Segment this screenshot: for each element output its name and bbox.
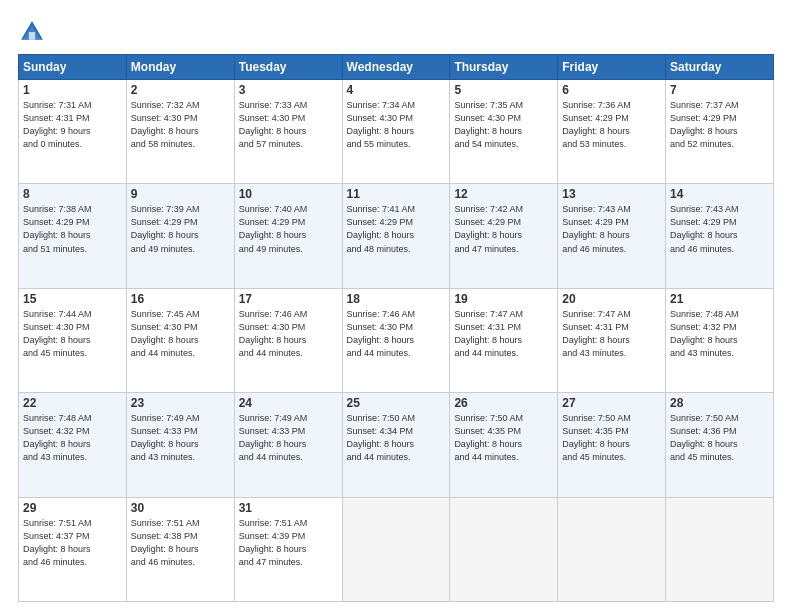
calendar-table: SundayMondayTuesdayWednesdayThursdayFrid… [18, 54, 774, 602]
day-number: 14 [670, 187, 769, 201]
week-row-3: 15Sunrise: 7:44 AM Sunset: 4:30 PM Dayli… [19, 288, 774, 392]
day-cell-2: 2Sunrise: 7:32 AM Sunset: 4:30 PM Daylig… [126, 80, 234, 184]
day-info: Sunrise: 7:45 AM Sunset: 4:30 PM Dayligh… [131, 308, 230, 360]
weekday-header-thursday: Thursday [450, 55, 558, 80]
weekday-header-sunday: Sunday [19, 55, 127, 80]
day-number: 26 [454, 396, 553, 410]
week-row-4: 22Sunrise: 7:48 AM Sunset: 4:32 PM Dayli… [19, 393, 774, 497]
day-number: 1 [23, 83, 122, 97]
page: SundayMondayTuesdayWednesdayThursdayFrid… [0, 0, 792, 612]
day-cell-10: 10Sunrise: 7:40 AM Sunset: 4:29 PM Dayli… [234, 184, 342, 288]
empty-cell [666, 497, 774, 601]
day-cell-20: 20Sunrise: 7:47 AM Sunset: 4:31 PM Dayli… [558, 288, 666, 392]
day-number: 2 [131, 83, 230, 97]
day-info: Sunrise: 7:50 AM Sunset: 4:35 PM Dayligh… [562, 412, 661, 464]
day-number: 12 [454, 187, 553, 201]
day-info: Sunrise: 7:46 AM Sunset: 4:30 PM Dayligh… [239, 308, 338, 360]
day-number: 3 [239, 83, 338, 97]
day-info: Sunrise: 7:43 AM Sunset: 4:29 PM Dayligh… [670, 203, 769, 255]
day-number: 24 [239, 396, 338, 410]
day-cell-3: 3Sunrise: 7:33 AM Sunset: 4:30 PM Daylig… [234, 80, 342, 184]
header [18, 18, 774, 46]
day-cell-15: 15Sunrise: 7:44 AM Sunset: 4:30 PM Dayli… [19, 288, 127, 392]
day-info: Sunrise: 7:31 AM Sunset: 4:31 PM Dayligh… [23, 99, 122, 151]
day-info: Sunrise: 7:42 AM Sunset: 4:29 PM Dayligh… [454, 203, 553, 255]
day-info: Sunrise: 7:50 AM Sunset: 4:34 PM Dayligh… [347, 412, 446, 464]
day-info: Sunrise: 7:51 AM Sunset: 4:39 PM Dayligh… [239, 517, 338, 569]
day-cell-28: 28Sunrise: 7:50 AM Sunset: 4:36 PM Dayli… [666, 393, 774, 497]
day-cell-21: 21Sunrise: 7:48 AM Sunset: 4:32 PM Dayli… [666, 288, 774, 392]
day-info: Sunrise: 7:32 AM Sunset: 4:30 PM Dayligh… [131, 99, 230, 151]
day-number: 8 [23, 187, 122, 201]
weekday-header-monday: Monday [126, 55, 234, 80]
weekday-header-tuesday: Tuesday [234, 55, 342, 80]
week-row-5: 29Sunrise: 7:51 AM Sunset: 4:37 PM Dayli… [19, 497, 774, 601]
day-info: Sunrise: 7:36 AM Sunset: 4:29 PM Dayligh… [562, 99, 661, 151]
day-number: 4 [347, 83, 446, 97]
day-number: 10 [239, 187, 338, 201]
day-info: Sunrise: 7:38 AM Sunset: 4:29 PM Dayligh… [23, 203, 122, 255]
day-cell-9: 9Sunrise: 7:39 AM Sunset: 4:29 PM Daylig… [126, 184, 234, 288]
day-info: Sunrise: 7:35 AM Sunset: 4:30 PM Dayligh… [454, 99, 553, 151]
empty-cell [450, 497, 558, 601]
day-number: 11 [347, 187, 446, 201]
day-cell-26: 26Sunrise: 7:50 AM Sunset: 4:35 PM Dayli… [450, 393, 558, 497]
day-cell-22: 22Sunrise: 7:48 AM Sunset: 4:32 PM Dayli… [19, 393, 127, 497]
day-number: 21 [670, 292, 769, 306]
day-cell-12: 12Sunrise: 7:42 AM Sunset: 4:29 PM Dayli… [450, 184, 558, 288]
day-info: Sunrise: 7:50 AM Sunset: 4:36 PM Dayligh… [670, 412, 769, 464]
logo-icon [18, 18, 46, 46]
day-info: Sunrise: 7:41 AM Sunset: 4:29 PM Dayligh… [347, 203, 446, 255]
day-number: 27 [562, 396, 661, 410]
day-info: Sunrise: 7:51 AM Sunset: 4:38 PM Dayligh… [131, 517, 230, 569]
day-cell-25: 25Sunrise: 7:50 AM Sunset: 4:34 PM Dayli… [342, 393, 450, 497]
day-cell-17: 17Sunrise: 7:46 AM Sunset: 4:30 PM Dayli… [234, 288, 342, 392]
day-cell-18: 18Sunrise: 7:46 AM Sunset: 4:30 PM Dayli… [342, 288, 450, 392]
day-info: Sunrise: 7:47 AM Sunset: 4:31 PM Dayligh… [454, 308, 553, 360]
day-cell-8: 8Sunrise: 7:38 AM Sunset: 4:29 PM Daylig… [19, 184, 127, 288]
day-number: 16 [131, 292, 230, 306]
day-number: 22 [23, 396, 122, 410]
day-info: Sunrise: 7:40 AM Sunset: 4:29 PM Dayligh… [239, 203, 338, 255]
day-number: 25 [347, 396, 446, 410]
day-info: Sunrise: 7:48 AM Sunset: 4:32 PM Dayligh… [670, 308, 769, 360]
day-info: Sunrise: 7:34 AM Sunset: 4:30 PM Dayligh… [347, 99, 446, 151]
day-info: Sunrise: 7:50 AM Sunset: 4:35 PM Dayligh… [454, 412, 553, 464]
day-number: 23 [131, 396, 230, 410]
day-number: 13 [562, 187, 661, 201]
day-cell-1: 1Sunrise: 7:31 AM Sunset: 4:31 PM Daylig… [19, 80, 127, 184]
day-info: Sunrise: 7:37 AM Sunset: 4:29 PM Dayligh… [670, 99, 769, 151]
day-cell-13: 13Sunrise: 7:43 AM Sunset: 4:29 PM Dayli… [558, 184, 666, 288]
day-info: Sunrise: 7:43 AM Sunset: 4:29 PM Dayligh… [562, 203, 661, 255]
day-cell-30: 30Sunrise: 7:51 AM Sunset: 4:38 PM Dayli… [126, 497, 234, 601]
day-number: 6 [562, 83, 661, 97]
day-cell-19: 19Sunrise: 7:47 AM Sunset: 4:31 PM Dayli… [450, 288, 558, 392]
day-number: 17 [239, 292, 338, 306]
day-number: 7 [670, 83, 769, 97]
empty-cell [558, 497, 666, 601]
day-info: Sunrise: 7:33 AM Sunset: 4:30 PM Dayligh… [239, 99, 338, 151]
day-info: Sunrise: 7:47 AM Sunset: 4:31 PM Dayligh… [562, 308, 661, 360]
day-number: 19 [454, 292, 553, 306]
day-number: 5 [454, 83, 553, 97]
day-number: 18 [347, 292, 446, 306]
day-cell-4: 4Sunrise: 7:34 AM Sunset: 4:30 PM Daylig… [342, 80, 450, 184]
day-cell-7: 7Sunrise: 7:37 AM Sunset: 4:29 PM Daylig… [666, 80, 774, 184]
day-info: Sunrise: 7:49 AM Sunset: 4:33 PM Dayligh… [239, 412, 338, 464]
empty-cell [342, 497, 450, 601]
day-cell-6: 6Sunrise: 7:36 AM Sunset: 4:29 PM Daylig… [558, 80, 666, 184]
day-info: Sunrise: 7:46 AM Sunset: 4:30 PM Dayligh… [347, 308, 446, 360]
day-cell-23: 23Sunrise: 7:49 AM Sunset: 4:33 PM Dayli… [126, 393, 234, 497]
day-number: 29 [23, 501, 122, 515]
day-info: Sunrise: 7:51 AM Sunset: 4:37 PM Dayligh… [23, 517, 122, 569]
weekday-header-saturday: Saturday [666, 55, 774, 80]
weekday-header-wednesday: Wednesday [342, 55, 450, 80]
day-info: Sunrise: 7:44 AM Sunset: 4:30 PM Dayligh… [23, 308, 122, 360]
day-cell-14: 14Sunrise: 7:43 AM Sunset: 4:29 PM Dayli… [666, 184, 774, 288]
day-info: Sunrise: 7:39 AM Sunset: 4:29 PM Dayligh… [131, 203, 230, 255]
day-cell-11: 11Sunrise: 7:41 AM Sunset: 4:29 PM Dayli… [342, 184, 450, 288]
day-info: Sunrise: 7:49 AM Sunset: 4:33 PM Dayligh… [131, 412, 230, 464]
weekday-header-friday: Friday [558, 55, 666, 80]
day-cell-16: 16Sunrise: 7:45 AM Sunset: 4:30 PM Dayli… [126, 288, 234, 392]
day-cell-24: 24Sunrise: 7:49 AM Sunset: 4:33 PM Dayli… [234, 393, 342, 497]
